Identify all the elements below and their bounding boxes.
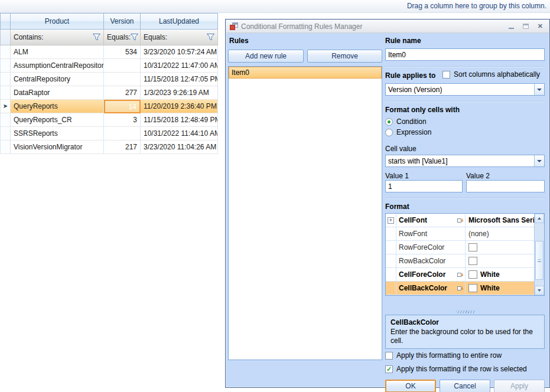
- minimize-icon[interactable]: [509, 24, 514, 29]
- cell-product[interactable]: ALM: [11, 45, 104, 59]
- cell-version[interactable]: 217: [104, 141, 141, 154]
- sort-columns-checkbox[interactable]: Sort columns alphabetically: [442, 70, 540, 79]
- cell-product[interactable]: QueryReports: [11, 100, 104, 113]
- value2-input[interactable]: [466, 180, 545, 192]
- rules-list[interactable]: Item0: [228, 66, 382, 360]
- filter-icon[interactable]: [93, 34, 100, 41]
- expand-icon[interactable]: +: [388, 217, 394, 224]
- cell-product[interactable]: VisionVersionMigrator: [11, 141, 104, 154]
- table-row[interactable]: DataRaptor 277 1/3/2023 9:26:19 AM: [0, 86, 218, 100]
- reset-value-icon[interactable]: [457, 217, 464, 224]
- chevron-down-icon[interactable]: [534, 155, 544, 166]
- apply-if-selected-checkbox[interactable]: ✓ Apply this formatting if the row is se…: [385, 365, 527, 373]
- maximize-icon[interactable]: [523, 24, 529, 29]
- value1-input[interactable]: [385, 180, 463, 192]
- cell-version[interactable]: [104, 127, 141, 141]
- table-row[interactable]: QueryReports_CR 3 11/15/2018 12:48:49 PM: [0, 113, 218, 127]
- row-indicator-header[interactable]: [0, 13, 11, 30]
- cell-product[interactable]: AssumptionCentralRepository: [11, 59, 104, 73]
- rule-settings-panel: Rule name Rule applies to Sort columns a…: [385, 33, 545, 387]
- property-row-rowfont[interactable]: RowFont (none): [386, 227, 534, 241]
- checkbox-unchecked[interactable]: [385, 352, 393, 360]
- apply-entire-row-checkbox[interactable]: Apply this formatting to entire row: [385, 351, 502, 360]
- color-swatch[interactable]: [468, 243, 477, 251]
- list-item-rule-selected[interactable]: Item0: [229, 67, 382, 79]
- cell-lastupdated[interactable]: 11/15/2018 12:47:05 PM: [141, 73, 218, 86]
- resize-grip-icon[interactable]: [456, 311, 475, 313]
- scroll-up-icon[interactable]: [535, 214, 544, 223]
- grid-header: Product Version LastUpdated: [0, 13, 218, 30]
- apply-button[interactable]: Apply: [494, 380, 545, 392]
- cell-version[interactable]: [104, 59, 141, 73]
- color-swatch[interactable]: [468, 270, 477, 279]
- filter-icon[interactable]: [207, 34, 214, 41]
- radio-unselected-icon[interactable]: [385, 129, 393, 136]
- cell-lastupdated[interactable]: 11/15/2018 12:48:49 PM: [141, 113, 218, 127]
- description-title: CellBackColor: [390, 318, 539, 326]
- condition-radio[interactable]: Condition: [385, 117, 427, 126]
- property-row-rowforecolor[interactable]: RowForeColor: [386, 241, 534, 254]
- cell-lastupdated[interactable]: 3/23/2020 11:04:26 AM: [141, 141, 218, 154]
- description-text: Enter the background color to be used fo…: [390, 328, 539, 345]
- reset-value-icon[interactable]: [457, 272, 464, 278]
- dialog-titlebar[interactable]: Conditional Formatting Rules Manager ✕: [226, 20, 549, 33]
- cell-version-focused[interactable]: 14: [104, 100, 141, 113]
- reset-value-icon[interactable]: [457, 285, 464, 292]
- scroll-down-icon[interactable]: [535, 286, 544, 295]
- filter-lastupdated[interactable]: Equals:: [141, 30, 218, 45]
- cell-lastupdated[interactable]: 10/31/2022 11:44:10 AM: [141, 127, 218, 141]
- property-row-cellforecolor[interactable]: CellForeColor White: [386, 268, 534, 282]
- cell-lastupdated[interactable]: 11/20/2019 2:36:40 PM: [141, 100, 218, 113]
- table-row-selected[interactable]: ➤ QueryReports 14 11/20/2019 2:36:40 PM: [0, 100, 218, 113]
- column-header-lastupdated[interactable]: LastUpdated: [141, 13, 218, 30]
- property-row-cellfont[interactable]: + CellFont Microsoft Sans Serif,: [386, 214, 534, 227]
- color-swatch[interactable]: [468, 284, 477, 292]
- cell-lastupdated[interactable]: 3/23/2020 10:57:24 AM: [141, 45, 218, 59]
- property-row-cellbackcolor-selected[interactable]: CellBackColor White: [386, 282, 534, 295]
- filter-version[interactable]: Equals:: [104, 30, 141, 45]
- cell-version[interactable]: 534: [104, 45, 141, 59]
- dialog-title: Conditional Formatting Rules Manager: [241, 22, 362, 31]
- column-header-version[interactable]: Version: [104, 13, 141, 30]
- expression-radio[interactable]: Expression: [385, 128, 431, 136]
- checkbox-unchecked[interactable]: [442, 71, 450, 79]
- cancel-button[interactable]: Cancel: [440, 380, 490, 392]
- column-header-product[interactable]: Product: [11, 13, 104, 30]
- property-row-rowbackcolor[interactable]: RowBackColor: [386, 254, 534, 268]
- format-only-cells-label: Format only cells with: [385, 106, 460, 114]
- scrollbar-thumb[interactable]: [535, 241, 544, 280]
- add-new-rule-button[interactable]: Add new rule: [228, 50, 304, 63]
- property-value: White: [480, 270, 500, 279]
- group-by-panel[interactable]: Drag a column here to group by this colu…: [0, 0, 550, 13]
- cell-version[interactable]: 277: [104, 86, 141, 100]
- cell-product[interactable]: CentralRepository: [11, 73, 104, 86]
- rule-applies-dropdown[interactable]: Version (Version): [385, 83, 545, 96]
- radio-selected-icon[interactable]: [385, 118, 393, 126]
- filter-product[interactable]: Contains:: [11, 30, 104, 45]
- table-row[interactable]: SSRSReports 10/31/2022 11:44:10 AM: [0, 127, 218, 141]
- checkbox-checked[interactable]: ✓: [385, 365, 393, 373]
- table-row[interactable]: VisionVersionMigrator 217 3/23/2020 11:0…: [0, 141, 218, 154]
- cell-version[interactable]: [104, 73, 141, 86]
- cell-value-dropdown[interactable]: starts with [Value1]: [385, 155, 545, 167]
- separator: [385, 66, 545, 67]
- table-row[interactable]: ALM 534 3/23/2020 10:57:24 AM: [0, 45, 218, 59]
- ok-button[interactable]: OK: [385, 380, 436, 392]
- rule-name-input[interactable]: [385, 48, 545, 61]
- remove-rule-button[interactable]: Remove: [307, 50, 382, 63]
- cell-lastupdated[interactable]: 1/3/2023 9:26:19 AM: [141, 86, 218, 100]
- property-name: CellFont: [399, 216, 427, 224]
- cell-product[interactable]: DataRaptor: [11, 86, 104, 100]
- scrollbar[interactable]: [534, 214, 544, 295]
- cell-lastupdated[interactable]: 10/31/2022 11:47:00 AM: [141, 59, 218, 73]
- filter-icon[interactable]: [131, 34, 138, 41]
- cell-product[interactable]: SSRSReports: [11, 127, 104, 141]
- apply-entire-row-label: Apply this formatting to entire row: [396, 351, 502, 360]
- table-row[interactable]: AssumptionCentralRepository 10/31/2022 1…: [0, 59, 218, 73]
- close-icon[interactable]: ✕: [538, 23, 543, 30]
- table-row[interactable]: CentralRepository 11/15/2018 12:47:05 PM: [0, 73, 218, 86]
- color-swatch[interactable]: [468, 257, 477, 265]
- cell-product[interactable]: QueryReports_CR: [11, 113, 104, 127]
- cell-version[interactable]: 3: [104, 113, 141, 127]
- chevron-down-icon[interactable]: [534, 84, 544, 95]
